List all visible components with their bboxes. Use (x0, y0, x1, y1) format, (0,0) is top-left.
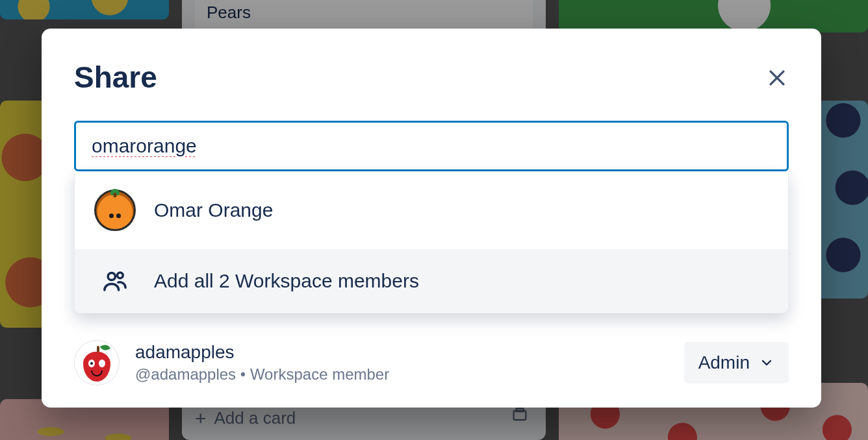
member-text: adamapples @adamapples • Workspace membe… (135, 342, 389, 384)
member-meta: @adamapples • Workspace member (135, 365, 389, 384)
share-search: Omar Orange Add all 2 Workspace members (74, 121, 789, 171)
suggestion-user-label: Omar Orange (154, 199, 273, 221)
svg-point-4 (108, 273, 115, 280)
suggestion-add-all[interactable]: Add all 2 Workspace members (75, 249, 788, 313)
member-row: adamapples @adamapples • Workspace membe… (74, 340, 789, 385)
chevron-down-icon (759, 355, 774, 371)
share-modal: Share Omar Orange (42, 29, 821, 408)
member-status: Workspace member (250, 365, 389, 383)
meta-separator: • (240, 365, 250, 383)
suggestion-user[interactable]: Omar Orange (75, 171, 788, 249)
suggestion-add-all-label: Add all 2 Workspace members (154, 270, 419, 292)
role-dropdown[interactable]: Admin (684, 342, 789, 384)
svg-point-5 (118, 273, 123, 278)
suggestion-dropdown: Omar Orange Add all 2 Workspace members (74, 171, 789, 313)
close-icon (766, 67, 788, 89)
role-label: Admin (698, 352, 750, 373)
people-icon (94, 267, 136, 295)
member-handle: @adamapples (135, 365, 236, 383)
member-display-name: adamapples (135, 342, 389, 363)
avatar-omar-orange (94, 189, 136, 231)
avatar-adamapples (74, 340, 120, 385)
modal-title: Share (74, 60, 789, 95)
share-search-input[interactable] (74, 121, 789, 171)
close-button[interactable] (761, 62, 793, 93)
